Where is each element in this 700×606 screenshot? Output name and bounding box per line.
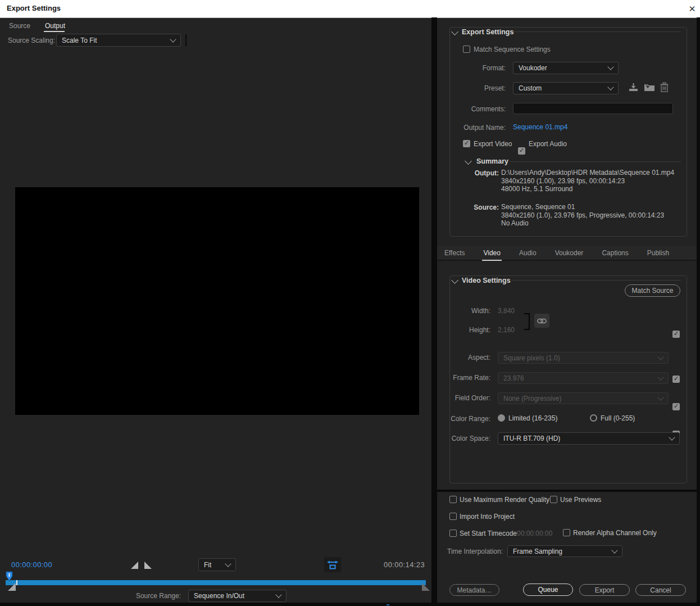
export-audio-checkbox[interactable] [518,147,525,155]
format-dropdown[interactable]: Voukoder [513,62,619,74]
summary-output-line: 48000 Hz, 5.1 Surround [501,185,681,193]
video-settings-rule [511,280,681,281]
summary-source-label: Source: [437,203,499,211]
video-settings-header: Video Settings [462,277,511,284]
summary-source-line: 3840x2160 (1.0), 23.976 fps, Progressive… [501,211,681,220]
crop-output-button[interactable] [324,557,341,572]
playhead-handle[interactable] [5,571,13,582]
current-timecode[interactable]: 00:00:00:00 [11,560,52,569]
width-value: 3,840 [498,307,515,315]
close-icon[interactable]: ✕ [685,2,699,16]
height-label: Height: [437,326,490,334]
dimensions-override-checkbox[interactable] [672,331,680,338]
text-cursor [185,34,187,46]
preset-value: Custom [519,84,542,92]
output-name-link[interactable]: Sequence 01.mp4 [513,123,567,131]
source-scaling-dropdown[interactable]: Scale To Fit [56,34,181,47]
dimension-bracket [524,313,530,330]
aspect-dropdown: Square pixels (1.0) [498,352,669,364]
preview-zoom-value: Fit [204,561,211,569]
width-label: Width: [437,307,490,315]
import-preset-icon [644,83,655,92]
chevron-down-icon [607,84,613,90]
save-preset-button[interactable] [628,83,639,92]
cancel-button[interactable]: Cancel [635,584,686,596]
range-in-handle[interactable] [8,583,16,591]
tab-video[interactable]: Video [482,246,501,261]
export-video-label: Export Video [474,140,512,148]
tab-publish[interactable]: Publish [646,246,670,261]
dialog-title: Export Settings [7,4,61,12]
window-right-edge [697,17,700,606]
tab-captions[interactable]: Captions [601,246,629,261]
export-video-checkbox[interactable] [463,140,470,147]
export-settings-header: Export Settings [462,28,513,36]
color-range-full-radio[interactable] [590,414,597,422]
queue-button[interactable]: Queue [523,584,573,596]
summary-output-lines: D:\Users\Andy\Desktop\HDR Metadata\Seque… [501,169,681,193]
panel-divider[interactable] [431,17,437,606]
set-out-point-icon[interactable] [144,562,152,569]
tab-voukoder[interactable]: Voukoder [554,246,585,261]
range-out-handle[interactable] [422,583,430,591]
link-dimensions-button[interactable] [534,314,549,328]
import-into-project-checkbox[interactable] [449,513,457,520]
format-value: Voukoder [519,64,547,72]
source-range-dropdown[interactable]: Sequence In/Out [188,590,287,602]
options-divider [437,490,700,492]
preset-dropdown[interactable]: Custom [513,82,619,94]
match-sequence-settings-checkbox[interactable] [463,46,470,53]
export-button[interactable]: Export [579,584,630,596]
summary-header: Summary [476,157,508,165]
preview-zoom-dropdown[interactable]: Fit [198,558,236,571]
render-alpha-checkbox[interactable] [563,529,570,536]
set-start-timecode-checkbox[interactable] [449,530,457,537]
summary-source-line: Sequence, Sequence 01 [501,203,681,211]
source-scaling-label: Source Scaling: [8,37,55,44]
use-max-render-quality-label: Use Maximum Render Quality [460,496,549,504]
metadata-button[interactable]: Metadata… [449,584,499,596]
chevron-down-icon [607,64,613,70]
use-previews-checkbox[interactable] [550,496,557,503]
tab-effects[interactable]: Effects [443,246,466,261]
time-interpolation-dropdown[interactable]: Frame Sampling [507,545,622,557]
comments-label: Comments: [437,105,506,113]
tab-source[interactable]: Source [9,22,30,30]
chevron-down-icon [611,547,617,553]
match-source-button[interactable]: Match Source [625,284,680,297]
summary-rule [510,161,681,162]
comments-input[interactable] [513,103,673,114]
field-order-dropdown: None (Progressive) [498,392,669,404]
timeline-bar[interactable] [6,580,426,585]
summary-output-line: D:\Users\Andy\Desktop\HDR Metadata\Seque… [501,169,681,177]
frame-rate-override-checkbox[interactable] [672,403,680,410]
aspect-label: Aspect: [437,354,490,361]
export-settings-dialog: Export Settings ✕ Source Output Source S… [0,0,700,606]
color-range-full-label: Full (0-255) [601,414,635,422]
chevron-down-icon [657,394,663,400]
frame-rate-value: 23.976 [503,374,524,382]
start-timecode-value[interactable]: 00:00:00:00 [517,530,552,537]
chevron-down-icon [225,560,231,567]
field-order-label: Field Order: [437,394,490,402]
chevron-down-icon [669,434,675,440]
settings-tabstrip: Effects Video Audio Voukoder Captions Pu… [437,246,697,261]
save-preset-icon [628,83,639,92]
tab-audio[interactable]: Audio [518,246,538,261]
delete-preset-button[interactable] [660,82,669,93]
import-preset-button[interactable] [644,83,655,92]
set-in-point-icon[interactable] [131,562,138,569]
export-audio-label: Export Audio [529,140,567,148]
color-range-limited-radio[interactable] [498,414,505,422]
color-space-dropdown[interactable]: ITU-R BT.709 (HD) [498,432,680,445]
output-name-label: Output Name: [437,124,506,132]
source-range-value: Sequence In/Out [194,592,244,600]
aspect-override-checkbox[interactable] [672,376,680,383]
use-previews-label: Use Previews [560,496,601,504]
use-max-render-quality-checkbox[interactable] [449,496,457,503]
bottom-edge-marker [387,604,389,605]
summary-output-label: Output: [437,169,499,177]
time-interpolation-value: Frame Sampling [513,548,562,555]
tab-output[interactable]: Output [45,22,65,30]
color-space-label: Color Space: [437,435,490,442]
